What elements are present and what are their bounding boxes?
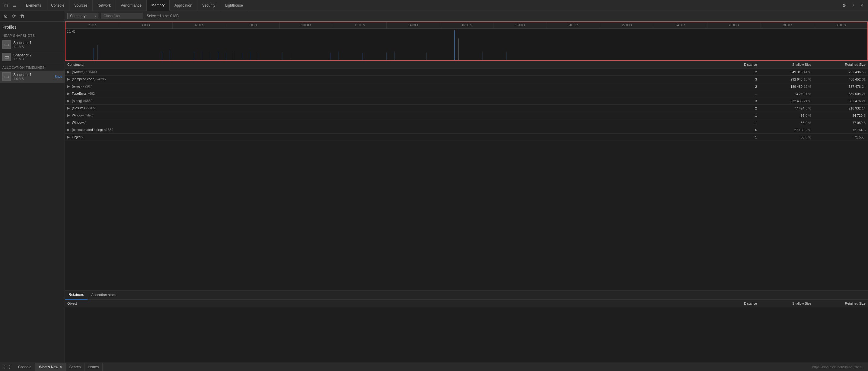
expand-arrow-7[interactable]: ▶ bbox=[67, 121, 70, 124]
snapshot-info-1: Snapshot 2 1.1 MB bbox=[13, 53, 62, 61]
bottom-panel: RetainersAllocation stack Object Distanc… bbox=[65, 290, 868, 363]
cell-constructor-0: ▶ (system) ×25300 bbox=[65, 70, 729, 74]
bottom-col-distance: Distance bbox=[729, 302, 760, 305]
cell-retained-5: 218 93214 bbox=[814, 106, 868, 110]
status-dots-icon[interactable]: ⋮⋮ bbox=[0, 364, 14, 370]
nav-tab-application[interactable]: Application bbox=[169, 0, 197, 11]
expand-arrow-0[interactable]: ▶ bbox=[67, 70, 70, 74]
cell-distance-5: 2 bbox=[729, 106, 760, 110]
table-row-1[interactable]: ▶ (compiled code) ×4295 3 292 64818 % 48… bbox=[65, 76, 868, 83]
bottom-col-object: Object bbox=[65, 302, 729, 305]
class-filter-input[interactable] bbox=[101, 13, 143, 19]
timeline-tick-0: 2.00 s bbox=[65, 22, 119, 28]
more-icon[interactable]: ⋮ bbox=[849, 2, 857, 9]
expand-arrow-4[interactable]: ▶ bbox=[67, 99, 70, 103]
table-row-8[interactable]: ▶ (concatenated string) ×1359 6 27 1802 … bbox=[65, 126, 868, 134]
settings-icon[interactable]: ⚙ bbox=[840, 2, 848, 9]
cell-distance-8: 6 bbox=[729, 128, 760, 132]
cell-shallow-0: 649 31641 % bbox=[760, 70, 814, 74]
svg-rect-9 bbox=[234, 51, 234, 61]
bottom-tabs: RetainersAllocation stack bbox=[65, 291, 868, 300]
expand-arrow-2[interactable]: ▶ bbox=[67, 85, 70, 88]
expand-arrow-5[interactable]: ▶ bbox=[67, 106, 70, 110]
retained-pct-7: 5 bbox=[864, 121, 866, 125]
nav-tab-security[interactable]: Security bbox=[197, 0, 220, 11]
timeline-info-0: Snapshot 1 1.6 MB bbox=[13, 73, 52, 80]
expand-arrow-1[interactable]: ▶ bbox=[67, 77, 70, 81]
cell-retained-0: 792 49650 bbox=[814, 70, 868, 74]
cell-distance-2: 2 bbox=[729, 85, 760, 89]
save-link-0[interactable]: Save bbox=[55, 75, 62, 78]
sidebar-toolbar: ⊘ ⟳ 🗑 bbox=[0, 11, 65, 22]
bottom-tab-0[interactable]: Retainers bbox=[65, 291, 88, 300]
cell-constructor-4: ▶ (string) ×6839 bbox=[65, 99, 729, 103]
inspect-icon[interactable]: ⬡ bbox=[2, 2, 10, 9]
timeline-tick-1: 4.00 s bbox=[119, 22, 172, 28]
table-row-2[interactable]: ▶ (array) ×2267 2 189 48012 % 387 47624 bbox=[65, 83, 868, 90]
clear-btn[interactable]: ⟳ bbox=[10, 13, 17, 20]
expand-arrow-8[interactable]: ▶ bbox=[67, 128, 70, 132]
svg-rect-10 bbox=[242, 53, 242, 61]
delete-btn[interactable]: 🗑 bbox=[19, 13, 26, 20]
status-tab-issues[interactable]: Issues bbox=[85, 363, 103, 371]
expand-arrow-3[interactable]: ▶ bbox=[67, 92, 70, 95]
timeline-tick-13: 28.00 s bbox=[761, 22, 814, 28]
timeline-area[interactable]: 2.00 s4.00 s6.00 s8.00 s10.00 s12.00 s14… bbox=[65, 22, 868, 61]
nav-tab-console[interactable]: Console bbox=[46, 0, 69, 11]
nav-tab-network[interactable]: Network bbox=[93, 0, 116, 11]
timeline-tick-2: 6.00 s bbox=[172, 22, 226, 28]
cell-constructor-7: ▶ Window / bbox=[65, 121, 729, 125]
table-row-9[interactable]: ▶ Object / 1 800 % 71 500 bbox=[65, 134, 868, 141]
nav-tab-memory[interactable]: Memory bbox=[147, 0, 169, 11]
selected-size-label: Selected size: 0 MB bbox=[147, 14, 179, 18]
close-icon[interactable]: ✕ bbox=[858, 2, 866, 9]
shallow-pct-4: 21 % bbox=[804, 99, 811, 103]
bottom-tab-1[interactable]: Allocation stack bbox=[88, 291, 120, 300]
snapshot-item-1[interactable]: ▭ Snapshot 2 1.1 MB bbox=[0, 51, 65, 63]
cell-distance-7: 1 bbox=[729, 121, 760, 125]
expand-arrow-9[interactable]: ▶ bbox=[67, 135, 70, 139]
svg-rect-21 bbox=[455, 30, 455, 61]
table-row-5[interactable]: ▶ (closure) ×2705 2 77 4245 % 218 93214 bbox=[65, 105, 868, 112]
col-retained-header: Retained Size bbox=[814, 63, 868, 66]
svg-rect-24 bbox=[506, 52, 507, 61]
timeline-tick-4: 10.00 s bbox=[279, 22, 333, 28]
view-dropdown-wrapper: Summary Comparison Containment Statistic… bbox=[67, 13, 98, 19]
timeline-tick-14: 30.00 s bbox=[814, 22, 867, 28]
table-row-7[interactable]: ▶ Window / 1 360 % 77 0805 bbox=[65, 119, 868, 126]
shallow-pct-0: 41 % bbox=[804, 70, 811, 74]
timeline-item-0[interactable]: ▭ Snapshot 1 1.6 MB Save bbox=[0, 71, 65, 83]
table-row-6[interactable]: ▶ Window / file:// 1 360 % 84 7205 bbox=[65, 112, 868, 119]
nav-tabs: ElementsConsoleSourcesNetworkPerformance… bbox=[21, 0, 838, 11]
device-icon[interactable]: ▭ bbox=[11, 2, 19, 9]
timeline-thumb-0: ▭ bbox=[2, 72, 11, 81]
view-dropdown[interactable]: Summary Comparison Containment Statistic… bbox=[67, 13, 98, 19]
table-row-4[interactable]: ▶ (string) ×6839 3 332 43621 % 332 47621 bbox=[65, 97, 868, 105]
status-bar: ⋮⋮ ConsoleWhat's New×SearchIssues https:… bbox=[0, 363, 868, 371]
close-tab-icon-1[interactable]: × bbox=[60, 365, 62, 369]
status-tab-search[interactable]: Search bbox=[66, 363, 85, 371]
cell-shallow-5: 77 4245 % bbox=[760, 106, 814, 110]
cell-retained-7: 77 0805 bbox=[814, 121, 868, 125]
cell-retained-6: 84 7205 bbox=[814, 114, 868, 117]
bottom-content-area bbox=[65, 307, 868, 363]
col-distance-header: Distance bbox=[729, 63, 760, 66]
svg-rect-11 bbox=[250, 52, 250, 61]
cell-distance-9: 1 bbox=[729, 135, 760, 139]
status-tab-what's-new[interactable]: What's New× bbox=[35, 363, 65, 371]
table-row-0[interactable]: ▶ (system) ×25300 2 649 31641 % 792 4965… bbox=[65, 68, 868, 76]
content-toolbar: Summary Comparison Containment Statistic… bbox=[65, 11, 868, 22]
nav-tab-elements[interactable]: Elements bbox=[21, 0, 46, 11]
nav-tab-performance[interactable]: Performance bbox=[116, 0, 147, 11]
table-row-3[interactable]: ▶ TypeError ×662 – 13 2401 % 339 60421 bbox=[65, 90, 868, 97]
status-tab-console[interactable]: Console bbox=[14, 363, 35, 371]
snapshots-list: ▭ Snapshot 1 1.1 MB ▭ Snapshot 2 1.1 MB bbox=[0, 39, 65, 63]
retained-pct-3: 21 bbox=[862, 92, 866, 96]
retained-pct-4: 21 bbox=[862, 99, 866, 103]
expand-arrow-6[interactable]: ▶ bbox=[67, 113, 70, 117]
nav-tab-lighthouse[interactable]: Lighthouse bbox=[220, 0, 248, 11]
nav-tab-sources[interactable]: Sources bbox=[69, 0, 93, 11]
stop-recording-btn[interactable]: ⊘ bbox=[2, 13, 9, 20]
snapshot-item-0[interactable]: ▭ Snapshot 1 1.1 MB bbox=[0, 39, 65, 51]
snapshot-info-0: Snapshot 1 1.1 MB bbox=[13, 41, 62, 48]
